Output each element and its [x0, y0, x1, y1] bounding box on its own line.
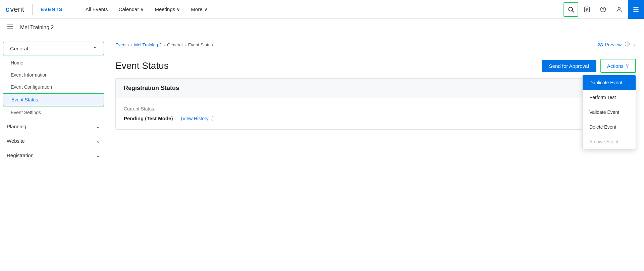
section-header-bar: Registration Status [116, 79, 636, 98]
sidebar-item-event-settings[interactable]: Event Settings [0, 106, 107, 119]
page-layout: General Home Event Information Event Con… [0, 36, 644, 271]
dropdown-item-archive: Archive Event [583, 134, 636, 149]
sidebar-section-planning: Planning [0, 120, 107, 133]
sidebar-section-planning-header[interactable]: Planning [0, 120, 107, 133]
reports-button[interactable] [580, 2, 594, 17]
actions-button[interactable]: Actions ∨ [600, 59, 636, 73]
breadcrumb-event-status: Event Status [188, 42, 213, 47]
sidebar-section-website: Website [0, 134, 107, 147]
nav-calendar[interactable]: Calendar ∨ [115, 4, 148, 15]
svg-point-21 [598, 43, 603, 46]
chevron-down-icon [96, 138, 100, 144]
svg-rect-12 [634, 9, 635, 10]
search-button[interactable] [564, 2, 578, 17]
svg-line-1 [572, 10, 574, 12]
page-header: Event Status Send for Approval Actions ∨… [107, 52, 644, 78]
help-button[interactable] [596, 2, 610, 17]
nav-divider [32, 4, 33, 15]
chevron-down-icon [96, 152, 100, 159]
breadcrumb-actions: Preview ∨ [597, 41, 636, 48]
status-row: Pending (Test Mode) (View History...) [124, 116, 628, 121]
sub-nav-title: Mel Training 2 [20, 25, 54, 31]
send-for-approval-button[interactable]: Send for Approval [542, 60, 596, 72]
cvent-c: c [5, 5, 9, 14]
breadcrumb-mel-training[interactable]: Mel Training 2 [134, 42, 162, 47]
section-body: Current Status: Pending (Test Mode) (Vie… [116, 98, 636, 129]
sub-navigation: Mel Training 2 [0, 19, 644, 36]
chevron-down-icon [96, 123, 100, 130]
nav-all-events[interactable]: All Events [82, 4, 112, 15]
sidebar: General Home Event Information Event Con… [0, 36, 107, 271]
view-history-link[interactable]: (View History...) [181, 116, 214, 121]
breadcrumb: Events › Mel Training 2 › General › Even… [115, 42, 213, 47]
user-button[interactable] [612, 2, 627, 17]
nav-actions [564, 0, 644, 19]
section-title: Registration Status [124, 85, 179, 91]
sidebar-section-registration-header[interactable]: Registration [0, 149, 107, 162]
svg-point-8 [618, 7, 621, 9]
dropdown-item-duplicate[interactable]: Duplicate Event [583, 75, 636, 90]
svg-rect-15 [634, 11, 635, 12]
svg-rect-17 [637, 11, 638, 12]
top-nav-links: All Events Calendar ∨ Meetings ∨ More ∨ [82, 4, 564, 15]
cvent-vent: vent [10, 5, 24, 14]
page-title: Event Status [115, 60, 169, 71]
header-buttons: Send for Approval Actions ∨ Duplicate Ev… [542, 59, 636, 73]
dropdown-item-validate[interactable]: Validate Event [583, 105, 636, 120]
info-icon[interactable] [624, 41, 630, 48]
sidebar-item-event-configuration[interactable]: Event Configuration [0, 81, 107, 93]
svg-rect-14 [637, 9, 638, 10]
nav-more[interactable]: More ∨ [187, 4, 211, 15]
breadcrumb-general: General [167, 42, 182, 47]
sidebar-item-event-status[interactable]: Event Status [3, 93, 104, 106]
actions-chevron-icon: ∨ [626, 63, 629, 69]
sidebar-section-registration: Registration [0, 149, 107, 162]
nav-meetings[interactable]: Meetings ∨ [151, 4, 184, 15]
sidebar-item-home[interactable]: Home [0, 57, 107, 69]
sidebar-items-general: Home Event Information Event Configurati… [0, 57, 107, 119]
top-navigation: c vent EVENTS All Events Calendar ∨ Meet… [0, 0, 644, 19]
sidebar-section-website-header[interactable]: Website [0, 134, 107, 147]
dropdown-item-perform-test[interactable]: Perform Test [583, 90, 636, 105]
events-section-label: EVENTS [41, 6, 63, 12]
current-status-label: Current Status: [124, 106, 628, 111]
registration-status-section: Registration Status Current Status: Pend… [115, 78, 636, 130]
main-content: Events › Mel Training 2 › General › Even… [107, 36, 644, 271]
svg-point-7 [603, 10, 603, 11]
sidebar-section-general: General Home Event Information Event Con… [0, 42, 107, 119]
dropdown-item-delete[interactable]: Delete Event [583, 120, 636, 134]
cvent-logo[interactable]: c vent [5, 5, 24, 14]
svg-point-22 [600, 44, 601, 46]
status-value: Pending (Test Mode) [124, 116, 173, 121]
breadcrumb-bar: Events › Mel Training 2 › General › Even… [107, 36, 644, 52]
svg-rect-16 [635, 11, 637, 12]
logo-area: c vent EVENTS [5, 4, 63, 15]
sidebar-item-event-information[interactable]: Event Information [0, 69, 107, 81]
hamburger-menu[interactable] [5, 22, 15, 33]
breadcrumb-chevron-icon[interactable]: ∨ [633, 42, 636, 47]
sidebar-section-general-header[interactable]: General [3, 42, 104, 55]
actions-dropdown: Duplicate Event Perform Test Validate Ev… [582, 75, 636, 149]
svg-rect-10 [635, 7, 637, 8]
preview-button[interactable]: Preview [597, 42, 622, 48]
actions-label: Actions [607, 63, 624, 69]
svg-rect-11 [637, 7, 638, 8]
svg-rect-9 [634, 7, 635, 8]
breadcrumb-events[interactable]: Events [115, 42, 129, 47]
apps-grid-button[interactable] [628, 0, 644, 19]
chevron-up-icon [93, 46, 97, 51]
svg-rect-13 [635, 9, 637, 10]
svg-point-25 [627, 43, 628, 43]
